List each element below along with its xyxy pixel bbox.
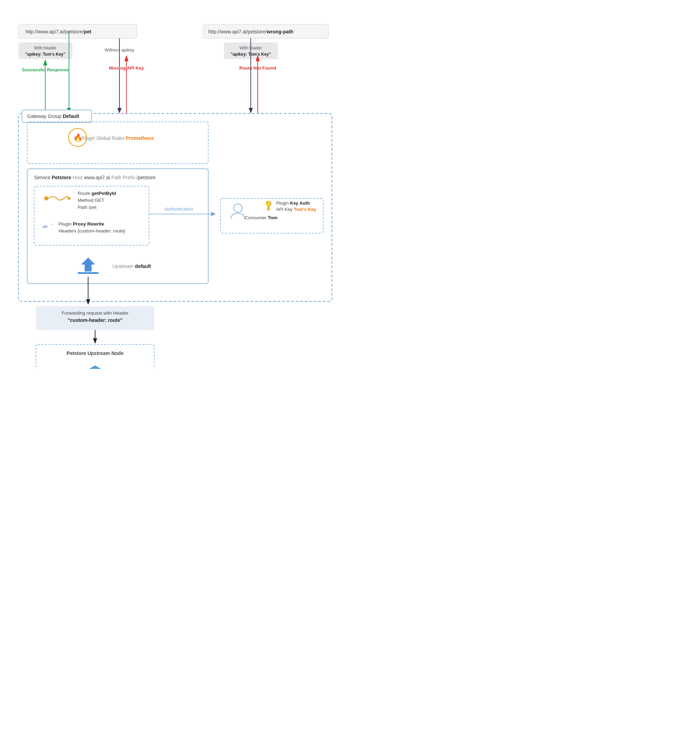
route-path-text: Path /pet [77,205,96,210]
auth-label: Authentication [164,206,193,212]
route-dot [44,196,48,201]
main-diagram: http://www.api7.ai/petstore/pet http://w… [8,14,342,369]
route-notfound-label: Route Not Found [239,65,276,71]
key-icon: 🔑 [262,199,275,212]
route-method-text: Method GET [77,198,104,203]
upstream-arrow-icon [81,258,95,272]
forwarding-line2: "custom-header: route" [68,317,122,323]
rewrite-arrows: ← [51,222,54,226]
missing-apikey-label: Missing API Key [108,65,144,71]
left-url-text: http://www.api7.ai/petstore/pet [25,29,91,34]
success-arrowhead-up [43,59,47,65]
gateway-group-label: Gateway Group Default [27,113,79,119]
plugin-global-text: Plugin Global Rules Prometheus [82,135,154,141]
route-end-dot [68,197,70,200]
missing-arrowhead-up [124,55,129,61]
plugin-global-box [27,122,208,164]
missing-arrowhead-down [118,108,122,113]
service-label: Service Petstore Host www.api7.ai Path P… [34,175,156,180]
consumer-body [231,213,245,219]
route-name-text: Route getPetById [77,191,116,196]
notfound-arrowhead-down [249,108,253,113]
rewrite-icon: ✏ [43,223,48,230]
success-response-label: Successful Response [22,67,68,73]
to-petstore-arrowhead [93,338,97,344]
upstream-text: Upstream default [113,263,151,269]
auth-arrowhead [211,212,216,216]
route-path-icon [48,196,69,200]
left-header-line2: "apikey: Tom's Key" [25,52,65,57]
consumer-tom-text: Consumer Tom [245,215,277,220]
downstream-arrowhead [86,299,90,305]
consumer-head [234,204,242,212]
right-url-text: http://www.api7.ai/petstore/wrong-path [208,29,293,34]
plugin-headers-text: Headers {custom-header: route} [59,228,126,233]
plugin-rewrite-text: Plugin Proxy Rewrite [59,221,104,227]
upstream-base [77,272,99,274]
apikey-text: API Key Tom's Key [276,207,317,212]
petstore-node-title: Petstore Upstream Node [67,351,124,356]
forwarding-line1: Forwarding request with Header [61,311,129,316]
petstore-node-box [36,345,154,369]
plugin-keyauth-text: Plugin Key Auth [276,201,310,206]
node-hexagon [83,365,107,369]
left-header-line1: With header [34,46,56,51]
